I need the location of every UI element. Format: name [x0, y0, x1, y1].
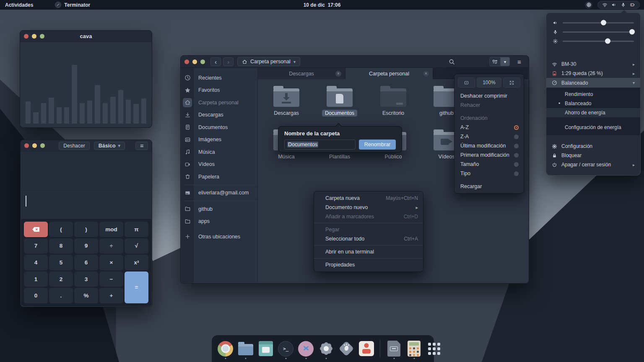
mod-key[interactable]: mod: [99, 222, 123, 237]
path-dropdown[interactable]: Carpeta personal ▾: [237, 57, 300, 66]
tab-descargas[interactable]: Descargas ×: [258, 68, 345, 79]
sort-option-az[interactable]: A-Z: [454, 123, 524, 132]
percent-key[interactable]: %: [74, 288, 98, 303]
dot-key[interactable]: .: [49, 288, 73, 303]
close-button[interactable]: [184, 59, 189, 64]
tab-carpeta-personal[interactable]: Carpeta personal ×: [345, 68, 433, 79]
equals-key[interactable]: =: [125, 272, 148, 303]
sidebar-item-videos[interactable]: Vídeos: [181, 158, 257, 171]
sidebar-item-recientes[interactable]: Recientes: [181, 72, 257, 84]
zoom-level[interactable]: 100%: [477, 78, 502, 88]
activities-button[interactable]: Actividades: [5, 2, 33, 8]
undo-button[interactable]: Deshacer: [59, 142, 89, 150]
pi-key[interactable]: π: [125, 222, 148, 237]
menu-item-recargar[interactable]: Recargar: [454, 182, 524, 191]
radio-icon[interactable]: [514, 144, 519, 148]
dock-item-files[interactable]: [237, 337, 254, 360]
dock-item-show-applications[interactable]: [426, 337, 443, 360]
folder-escritorio[interactable]: Escritorio: [368, 85, 418, 116]
menu-item-abrir-terminal[interactable]: Abrir en una terminal: [314, 247, 423, 256]
radio-icon[interactable]: [514, 134, 519, 139]
one-key[interactable]: 1: [24, 272, 48, 287]
close-icon[interactable]: ×: [335, 71, 341, 77]
close-paren-key[interactable]: ): [74, 222, 98, 237]
brightness-slider[interactable]: [563, 41, 634, 42]
volume-slider[interactable]: [563, 22, 634, 23]
mode-dropdown[interactable]: Básico ▾: [94, 142, 125, 150]
minimize-button[interactable]: [32, 143, 37, 148]
sort-option-primera-modificacion[interactable]: Primera modificación: [454, 150, 524, 160]
backspace-key[interactable]: [24, 222, 48, 237]
settings-row[interactable]: Configuración: [546, 142, 640, 151]
zoom-out-button[interactable]: [458, 78, 475, 88]
slider-handle[interactable]: [629, 29, 635, 35]
microphone-slider[interactable]: [563, 31, 634, 33]
dock-item-text-editor[interactable]: [257, 337, 274, 360]
profile-option-rendimiento[interactable]: Rendimiento: [546, 90, 640, 99]
minus-key[interactable]: −: [99, 272, 123, 287]
folder-descargas[interactable]: Descargas: [261, 85, 312, 116]
radio-icon[interactable]: [514, 171, 519, 176]
dock-item-calculator[interactable]: [405, 337, 423, 360]
power-profile-row[interactable]: Balanceado ▾: [546, 78, 640, 88]
profile-option-ahorro[interactable]: Ahorro de energía: [546, 108, 640, 117]
eight-key[interactable]: 8: [49, 238, 73, 254]
sidebar-item-musica[interactable]: Música: [181, 146, 257, 158]
sidebar-item-github[interactable]: github: [181, 203, 257, 215]
calculator-display[interactable]: [21, 191, 151, 218]
open-paren-key[interactable]: (: [49, 222, 73, 237]
two-key[interactable]: 2: [49, 272, 73, 287]
radio-icon[interactable]: [514, 162, 519, 167]
sidebar-item-favoritos[interactable]: Favoritos: [181, 84, 257, 97]
maximize-button[interactable]: [200, 59, 205, 64]
close-button[interactable]: [24, 34, 29, 39]
sort-option-tamano[interactable]: Tamaño: [454, 160, 524, 169]
maximize-button[interactable]: [40, 143, 45, 148]
sort-option-za[interactable]: Z-A: [454, 132, 524, 141]
square-key[interactable]: x²: [125, 255, 148, 270]
nine-key[interactable]: 9: [74, 238, 98, 254]
clock-button[interactable]: 10 de dic 17:06: [304, 2, 341, 8]
minimize-button[interactable]: [32, 34, 36, 39]
battery-row[interactable]: 1:29 queda (26 %) ▸: [546, 69, 640, 78]
six-key[interactable]: 6: [74, 255, 98, 270]
profile-option-balanceado[interactable]: • Balanceado: [546, 99, 640, 108]
sidebar-item-papelera[interactable]: Papelera: [181, 171, 257, 183]
power-off-row[interactable]: Apagar / cerrar sesión ▸: [546, 160, 640, 169]
slider-handle[interactable]: [605, 39, 610, 44]
sidebar-item-documentos[interactable]: Documentos: [181, 121, 257, 134]
dock-item-tweaks[interactable]: [338, 337, 355, 360]
menu-item-documento-nuevo[interactable]: Documento nuevo ▸: [314, 203, 423, 212]
radio-selected-icon[interactable]: [514, 125, 519, 130]
five-key[interactable]: 5: [49, 255, 73, 270]
dock-item-chrome[interactable]: [217, 337, 234, 360]
maximize-button[interactable]: [40, 34, 44, 39]
view-options-button[interactable]: ▾: [501, 57, 510, 66]
folder-name-input[interactable]: Documentos: [284, 140, 356, 150]
minimize-button[interactable]: [192, 59, 197, 64]
sqrt-key[interactable]: √: [125, 238, 148, 254]
sidebar-item-carpeta-personal[interactable]: Carpeta personal: [181, 96, 257, 109]
menu-item-propiedades[interactable]: Propiedades: [314, 260, 423, 269]
plus-key[interactable]: +: [99, 288, 123, 303]
sort-option-ultima-modificacion[interactable]: Última modificación: [454, 141, 524, 150]
files-headerbar[interactable]: ‹ › Carpeta personal ▾ ▾ ≡: [181, 56, 529, 68]
lock-row[interactable]: Bloquear: [546, 151, 640, 160]
sidebar-item-google-account[interactable]: eliverlara@gmail.com: [181, 187, 257, 199]
menu-item-seleccionar-todo[interactable]: Seleccionar todo Ctrl+A: [314, 234, 423, 243]
folder-documentos[interactable]: Documentos: [314, 85, 365, 116]
dock-item-archive-manager[interactable]: [385, 337, 402, 360]
sidebar-item-imagenes[interactable]: Imágenes: [181, 134, 257, 146]
close-icon[interactable]: ×: [423, 71, 429, 77]
seven-key[interactable]: 7: [24, 238, 48, 254]
forward-button[interactable]: ›: [223, 57, 234, 66]
menu-item-deshacer-comprimir[interactable]: Deshacer comprimir: [454, 91, 524, 101]
focused-app-menu[interactable]: Terminator: [55, 2, 90, 8]
dock-item-code-editor[interactable]: [297, 337, 314, 360]
slider-handle[interactable]: [601, 20, 606, 26]
globe-icon[interactable]: [585, 1, 592, 9]
multiply-key[interactable]: ×: [99, 255, 123, 270]
sort-option-tipo[interactable]: Tipo: [454, 169, 524, 178]
close-button[interactable]: [24, 143, 29, 148]
files-menu-button[interactable]: ≡: [514, 57, 525, 66]
